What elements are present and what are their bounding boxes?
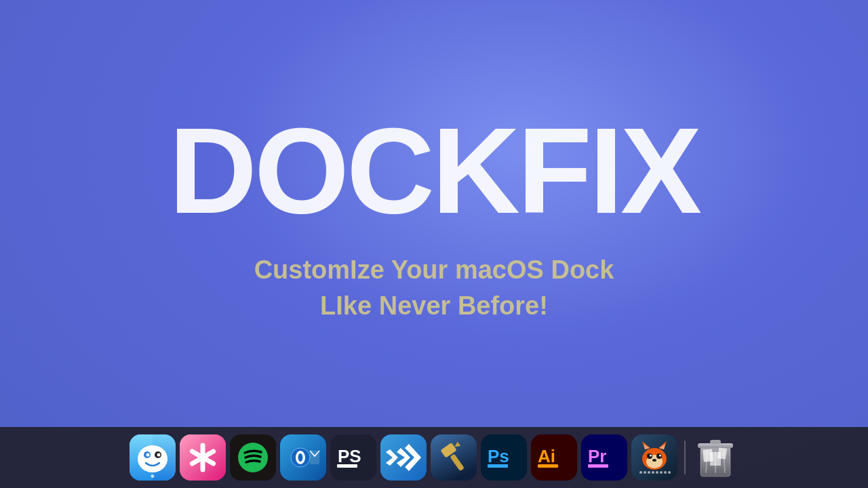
dock: PS [0,427,868,488]
dock-item-xcode[interactable] [431,434,477,481]
dock-item-dockfix[interactable] [631,434,677,481]
vscode-icon [380,434,427,481]
svg-point-50 [639,471,642,474]
spotify-icon [230,434,276,481]
phpstorm-icon: PS [330,434,376,481]
svg-point-49 [652,459,656,462]
dock-item-photoshop[interactable]: Ps [481,434,527,481]
hero-subtitle: CustomIze Your macOS Dock LIke Never Bef… [254,252,614,324]
finder-icon [130,434,176,481]
dock-item-vscode[interactable] [380,434,427,481]
main-content: DOCKFIX CustomIze Your macOS Dock LIke N… [0,0,868,434]
dock-item-phpstorm[interactable]: PS [330,434,376,481]
svg-point-13 [238,443,268,472]
dock-item-trash[interactable] [692,434,738,481]
hero-title: DOCKFIX [169,110,699,232]
dock-item-illustrator[interactable]: Ai [531,434,577,481]
svg-point-2 [138,445,167,472]
outlook-icon [280,434,326,481]
svg-point-46 [656,453,662,459]
svg-point-53 [652,471,654,474]
almighty-icon [180,434,226,481]
photoshop-icon: Ps [481,434,527,481]
svg-point-55 [660,471,663,474]
trash-icon [692,434,738,481]
svg-rect-66 [710,452,721,466]
svg-point-45 [647,453,652,459]
dock-item-spotify[interactable] [230,434,276,481]
svg-point-6 [157,453,161,457]
dockfix-icon [631,434,677,481]
premiere-icon: Pr [581,434,627,481]
svg-point-47 [650,455,652,457]
svg-point-17 [298,453,303,462]
svg-point-11 [199,453,207,462]
svg-point-51 [644,471,646,474]
svg-text:Ai: Ai [538,446,555,466]
svg-point-54 [656,471,658,474]
xcode-icon [431,434,477,481]
dock-item-outlook[interactable] [280,434,326,481]
finder-dot [151,474,155,478]
svg-point-56 [664,471,667,474]
svg-point-4 [146,453,150,457]
svg-text:PS: PS [338,446,361,466]
svg-text:Pr: Pr [588,446,606,466]
dock-separator [684,441,686,474]
dock-item-premiere[interactable]: Pr [581,434,627,481]
dock-item-almighty[interactable] [180,434,226,481]
svg-text:Ps: Ps [488,446,509,466]
svg-rect-60 [710,440,721,444]
svg-point-48 [659,455,661,457]
illustrator-icon: Ai [531,434,577,481]
svg-point-52 [648,471,650,474]
svg-rect-59 [698,443,733,448]
dock-item-finder[interactable] [130,434,176,481]
svg-point-57 [668,471,671,474]
